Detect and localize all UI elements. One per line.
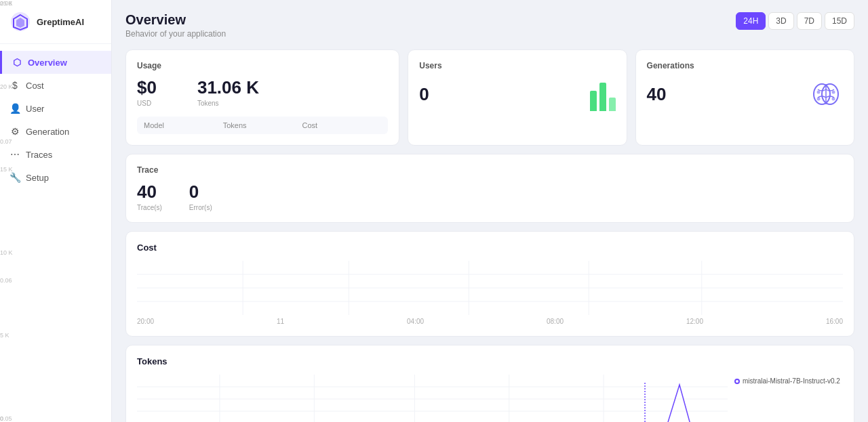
trace-errors-count: 0 bbox=[189, 182, 212, 203]
logo-text: GreptimeAI bbox=[37, 17, 84, 27]
trace-traces: 40 Trace(s) bbox=[137, 182, 162, 211]
tokens-legend-item: mistralai-Mistral-7B-Instruct-v0.2 bbox=[734, 377, 843, 385]
cost-x-5: 16:00 bbox=[826, 318, 843, 325]
cost-x-4: 12:00 bbox=[686, 318, 703, 325]
col-cost: Cost bbox=[302, 121, 381, 129]
users-count: 0 bbox=[419, 84, 429, 105]
cost-x-3: 08:00 bbox=[547, 318, 564, 325]
usage-table-header: Model Tokens Cost bbox=[137, 117, 388, 134]
tokens-chart-body: 25 K 20 K 15 K 10 K 5 K 0 bbox=[137, 375, 728, 422]
main-content: Overview Behavior of your application 24… bbox=[112, 0, 868, 422]
bar-3 bbox=[609, 98, 616, 111]
sidebar-label-overview: Overview bbox=[28, 58, 67, 68]
usage-tokens-value: 31.06 K bbox=[197, 77, 259, 98]
svg-point-8 bbox=[817, 98, 821, 101]
bar-2 bbox=[599, 83, 606, 111]
usage-cost-value: $0 bbox=[137, 77, 157, 98]
trace-row: Trace 40 Trace(s) 0 Error(s) bbox=[125, 154, 854, 223]
time-filter-24h[interactable]: 24H bbox=[736, 12, 766, 30]
usage-tokens-group: 31.06 K Tokens bbox=[197, 77, 259, 107]
trace-traces-count: 40 bbox=[137, 182, 162, 203]
time-filter-3d[interactable]: 3D bbox=[768, 12, 793, 30]
tokens-chart-svg bbox=[137, 375, 728, 422]
trace-row-inner: 40 Trace(s) 0 Error(s) bbox=[137, 182, 843, 211]
gen-count: 40 bbox=[647, 84, 667, 105]
page-title-area: Overview Behavior of your application bbox=[125, 12, 226, 39]
tokens-legend-label: mistralai-Mistral-7B-Instruct-v0.2 bbox=[743, 377, 840, 385]
bar-1 bbox=[590, 91, 597, 111]
trace-card: Trace 40 Trace(s) 0 Error(s) bbox=[125, 154, 854, 223]
sidebar-label-traces: Traces bbox=[26, 150, 52, 160]
sidebar-label-cost: Cost bbox=[26, 81, 44, 91]
time-filters: 24H 3D 7D 15D bbox=[736, 12, 854, 30]
trace-errors: 0 Error(s) bbox=[189, 182, 212, 211]
tokens-chart-title: Tokens bbox=[137, 356, 843, 366]
usage-title: Usage bbox=[137, 61, 388, 70]
usage-tokens-label: Tokens bbox=[197, 100, 259, 107]
generations-title: Generations bbox=[647, 61, 843, 70]
usage-cost-label: USD bbox=[137, 100, 157, 107]
trace-traces-label: Trace(s) bbox=[137, 204, 162, 211]
time-filter-7d[interactable]: 7D bbox=[797, 12, 822, 30]
sidebar-label-generation: Generation bbox=[26, 127, 69, 137]
page-title: Overview bbox=[125, 12, 226, 28]
svg-point-6 bbox=[817, 91, 821, 94]
col-model: Model bbox=[144, 121, 223, 129]
cost-chart-svg bbox=[137, 261, 843, 315]
legend-dot bbox=[734, 379, 740, 384]
cost-chart-card: Cost 20:00 11 04:00 08:00 12:00 16:00 bbox=[125, 231, 854, 337]
svg-point-7 bbox=[832, 91, 835, 94]
col-tokens: Tokens bbox=[223, 121, 302, 129]
usage-cost-group: $0 USD bbox=[137, 77, 157, 107]
tokens-chart-card: Tokens 25 K 20 K 15 K 10 K 5 K 0 bbox=[125, 345, 854, 422]
page-header: Overview Behavior of your application 24… bbox=[125, 12, 854, 39]
cost-x-2: 04:00 bbox=[407, 318, 424, 325]
users-inner: 0 bbox=[419, 77, 615, 111]
tokens-chart-main: 25 K 20 K 15 K 10 K 5 K 0 bbox=[137, 375, 728, 422]
sidebar-label-setup: Setup bbox=[26, 173, 49, 183]
usage-values: $0 USD 31.06 K Tokens bbox=[137, 77, 388, 107]
trace-title: Trace bbox=[137, 165, 843, 175]
cost-chart-title: Cost bbox=[137, 242, 843, 253]
time-filter-15d[interactable]: 15D bbox=[825, 12, 854, 30]
trace-errors-label: Error(s) bbox=[189, 204, 212, 211]
tokens-legend: mistralai-Mistral-7B-Instruct-v0.2 bbox=[734, 375, 843, 385]
gen-inner: 40 bbox=[647, 77, 843, 111]
brain-icon bbox=[809, 77, 843, 111]
cost-chart-area bbox=[137, 261, 843, 315]
stats-row: Usage $0 USD 31.06 K Tokens Model Tokens… bbox=[125, 49, 854, 146]
users-card: Users 0 bbox=[408, 49, 627, 146]
cost-x-1: 11 bbox=[277, 318, 284, 325]
tokens-chart-with-legend: 25 K 20 K 15 K 10 K 5 K 0 bbox=[137, 375, 843, 422]
users-bar-chart bbox=[590, 77, 616, 111]
cost-chart-x-labels: 20:00 11 04:00 08:00 12:00 16:00 bbox=[137, 318, 843, 325]
usage-card: Usage $0 USD 31.06 K Tokens Model Tokens… bbox=[125, 49, 399, 146]
users-title: Users bbox=[419, 61, 615, 70]
tokens-svg-area bbox=[137, 375, 728, 422]
cost-x-0: 20:00 bbox=[137, 318, 154, 325]
sidebar-label-user: User bbox=[26, 104, 44, 114]
page-subtitle: Behavior of your application bbox=[125, 29, 226, 39]
svg-point-9 bbox=[832, 98, 835, 101]
generations-card: Generations 40 bbox=[635, 49, 854, 146]
